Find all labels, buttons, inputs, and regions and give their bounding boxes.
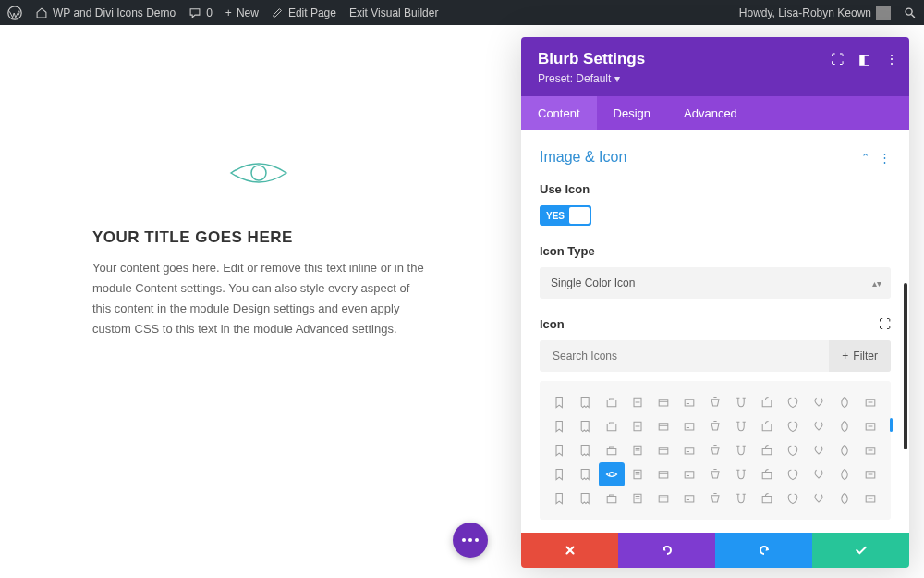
icon-option[interactable]: [573, 390, 599, 414]
cancel-button[interactable]: [521, 533, 618, 568]
icon-option[interactable]: [754, 390, 780, 414]
icon-option[interactable]: [728, 390, 754, 414]
icon-option[interactable]: [806, 414, 832, 438]
icon-option[interactable]: [754, 486, 780, 510]
icon-option[interactable]: [728, 486, 754, 510]
icon-option[interactable]: [832, 414, 857, 438]
icon-option[interactable]: [676, 438, 702, 462]
icon-option[interactable]: [547, 486, 573, 510]
panel-preset[interactable]: Preset: Default ▾: [538, 72, 893, 85]
icon-option[interactable]: [625, 486, 650, 510]
icon-option[interactable]: [599, 486, 625, 510]
icon-option[interactable]: [599, 438, 625, 462]
tab-design[interactable]: Design: [597, 96, 667, 130]
icon-option[interactable]: [547, 462, 573, 486]
blurb-title[interactable]: YOUR TITLE GOES HERE: [92, 228, 425, 247]
icon-option[interactable]: [806, 438, 832, 462]
expand-icon[interactable]: ⛶: [831, 52, 844, 67]
icon-option[interactable]: [754, 462, 780, 486]
icon-option[interactable]: [625, 390, 650, 414]
icon-option[interactable]: [676, 414, 702, 438]
icon-option[interactable]: [676, 390, 702, 414]
builder-fab[interactable]: [453, 523, 488, 558]
icon-option[interactable]: [780, 390, 806, 414]
icon-option[interactable]: [676, 462, 702, 486]
icon-option[interactable]: [857, 438, 883, 462]
icon-option[interactable]: [728, 414, 754, 438]
icon-option[interactable]: [702, 462, 728, 486]
icon-option[interactable]: [806, 462, 832, 486]
icon-option[interactable]: [806, 486, 832, 510]
icon-option[interactable]: [857, 390, 883, 414]
icon-option[interactable]: [650, 438, 676, 462]
icon-option[interactable]: [728, 438, 754, 462]
icon-option[interactable]: [832, 438, 857, 462]
undo-button[interactable]: [618, 533, 715, 568]
icon-option[interactable]: [599, 390, 625, 414]
save-button[interactable]: [812, 533, 909, 568]
icon-option[interactable]: [650, 390, 676, 414]
icon-option[interactable]: [857, 486, 883, 510]
comments-link[interactable]: 0: [188, 6, 213, 19]
icon-option[interactable]: [650, 462, 676, 486]
use-icon-toggle[interactable]: YES: [540, 205, 591, 226]
scrollbar[interactable]: [904, 283, 907, 449]
section-more-icon[interactable]: ⋮: [879, 151, 891, 165]
search-icon[interactable]: [904, 6, 917, 19]
snap-icon[interactable]: ◧: [858, 52, 870, 67]
icon-option[interactable]: [573, 462, 599, 486]
new-link[interactable]: + New: [225, 6, 259, 19]
icon-option[interactable]: [832, 390, 857, 414]
blurb-content[interactable]: Your content goes here. Edit or remove t…: [92, 258, 425, 339]
icon-option[interactable]: [676, 486, 702, 510]
icon-option[interactable]: [702, 414, 728, 438]
icon-option[interactable]: [832, 462, 857, 486]
icon-option[interactable]: [728, 462, 754, 486]
icon-option[interactable]: [702, 390, 728, 414]
icon-option[interactable]: [625, 414, 650, 438]
tab-advanced[interactable]: Advanced: [667, 96, 754, 130]
icon-option[interactable]: [625, 438, 650, 462]
grid-scroll-indicator[interactable]: [890, 418, 893, 432]
icon-option[interactable]: [547, 438, 573, 462]
icon-option[interactable]: [599, 414, 625, 438]
icon-option[interactable]: [650, 486, 676, 510]
site-link[interactable]: WP and Divi Icons Demo: [35, 6, 176, 19]
icon-option[interactable]: [857, 414, 883, 438]
icon-option[interactable]: [573, 414, 599, 438]
icon-option[interactable]: [599, 462, 625, 486]
icon-option[interactable]: [832, 486, 857, 510]
icon-option[interactable]: [780, 486, 806, 510]
section-title[interactable]: Image & Icon: [540, 149, 626, 166]
filter-button[interactable]: + Filter: [829, 340, 891, 372]
icon-option[interactable]: [547, 414, 573, 438]
icon-option[interactable]: [625, 462, 650, 486]
icon-type-select[interactable]: Single Color Icon: [540, 267, 891, 299]
icon-option[interactable]: [806, 390, 832, 414]
redo-button[interactable]: [715, 533, 812, 568]
icon-option[interactable]: [780, 414, 806, 438]
panel-header[interactable]: Blurb Settings Preset: Default ▾ ⛶ ◧ ⋮: [521, 37, 909, 96]
wp-logo[interactable]: [7, 6, 22, 20]
icon-option[interactable]: [857, 462, 883, 486]
collapse-icon[interactable]: ⌃: [861, 152, 869, 164]
icon-label: Icon: [540, 317, 565, 331]
tab-content[interactable]: Content: [521, 96, 597, 130]
icon-option[interactable]: [702, 486, 728, 510]
icon-option[interactable]: [650, 414, 676, 438]
icon-expand-icon[interactable]: ⛶: [879, 317, 891, 331]
icon-option[interactable]: [754, 414, 780, 438]
exit-builder-link[interactable]: Exit Visual Builder: [349, 6, 439, 19]
icon-option[interactable]: [780, 438, 806, 462]
icon-option[interactable]: [754, 438, 780, 462]
icon-option[interactable]: [702, 438, 728, 462]
icon-option[interactable]: [573, 438, 599, 462]
more-icon[interactable]: ⋮: [885, 52, 898, 67]
icon-option[interactable]: [780, 462, 806, 486]
user-greeting[interactable]: Howdy, Lisa-Robyn Keown: [739, 6, 891, 20]
icon-option[interactable]: [573, 486, 599, 510]
icon-option[interactable]: [547, 390, 573, 414]
edit-page-link[interactable]: Edit Page: [272, 6, 336, 19]
admin-bar: WP and Divi Icons Demo 0 + New Edit Page…: [0, 0, 924, 25]
search-input[interactable]: [540, 340, 829, 372]
